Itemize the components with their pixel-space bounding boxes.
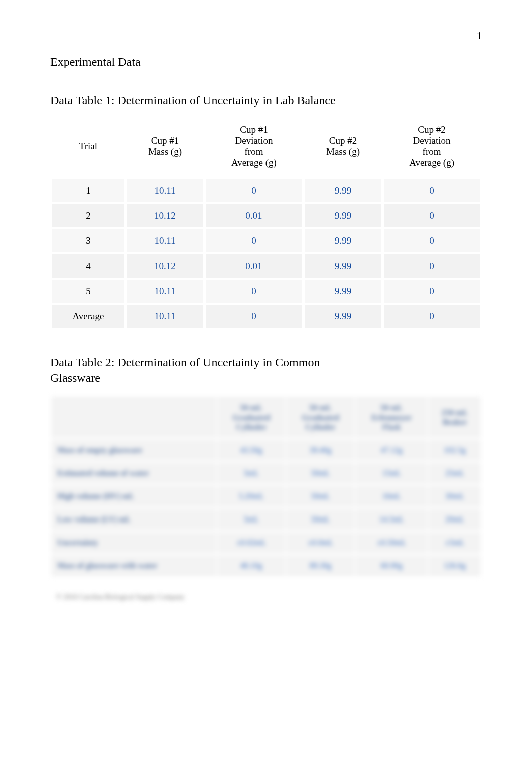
table-row: 1 10.11 0 9.99 0 [51, 179, 481, 202]
cup2-mass: 9.99 [304, 229, 382, 252]
row-label: Estimated volume of water [51, 463, 216, 484]
cell: 89.30g [287, 555, 355, 576]
trial-label: 2 [51, 204, 125, 227]
cup2-mass: 9.99 [304, 254, 382, 278]
table-uncertainty-balance: Trial Cup #1 Mass (g) Cup #1 Deviation f… [50, 116, 482, 330]
table2-header-blank [51, 397, 216, 438]
page-title: Experimental Data [50, 55, 482, 69]
row-label: Uncertainty [51, 532, 216, 553]
cup1-mass: 10.12 [126, 204, 204, 227]
cell: 50mL [287, 486, 355, 507]
trial-label: 3 [51, 229, 125, 252]
cup2-dev: 0 [383, 204, 481, 227]
table-row: High volume (HV) mL 5.20mL 50mL 16mL 30m… [51, 486, 481, 507]
cup2-dev: 0 [383, 254, 481, 278]
cell: 30mL [429, 486, 481, 507]
table-row: 2 10.12 0.01 9.99 0 [51, 204, 481, 227]
cup1-dev: 0.01 [205, 254, 303, 278]
table1-header-cup2-dev: Cup #2 Deviation from Average (g) [383, 118, 481, 177]
table-uncertainty-glassware: 50-mL Graduated Cylinder 50-mL Graduated… [50, 395, 482, 578]
cell: 5mL [217, 463, 286, 484]
table-row: Estimated volume of water 5mL 50mL 15mL … [51, 463, 481, 484]
cup1-dev: 0 [205, 280, 303, 303]
cell: 25mL [429, 463, 481, 484]
table-row: 4 10.12 0.01 9.99 0 [51, 254, 481, 278]
cell: ±0.02mL [217, 532, 286, 553]
table2-header-c3: 50-mL Erlenmeyer Flask [355, 397, 428, 438]
cup2-dev: 0 [383, 280, 481, 303]
cup1-mass: 10.12 [126, 254, 204, 278]
trial-label: 1 [51, 179, 125, 202]
cup2-dev: 0 [383, 229, 481, 252]
cup2-dev-avg: 0 [383, 305, 481, 328]
table-row-average: Average 10.11 0 9.99 0 [51, 305, 481, 328]
trial-label: 4 [51, 254, 125, 278]
cell: 48.10g [217, 555, 286, 576]
table-row: 5 10.11 0 9.99 0 [51, 280, 481, 303]
row-label: Mass of glassware with water [51, 555, 216, 576]
table1-caption: Data Table 1: Determination of Uncertain… [50, 94, 482, 107]
cell: 50mL [287, 509, 355, 530]
copyright-footnote: © 2016 Carolina Biological Supply Compan… [50, 593, 482, 601]
table1-header-row: Trial Cup #1 Mass (g) Cup #1 Deviation f… [51, 118, 481, 177]
cup1-mass: 10.11 [126, 280, 204, 303]
cup1-mass-avg: 10.11 [126, 305, 204, 328]
cup2-mass: 9.99 [304, 204, 382, 227]
page-number: 1 [477, 30, 482, 42]
table1-header-cup1-mass: Cup #1 Mass (g) [126, 118, 204, 177]
cell: 50mL [287, 463, 355, 484]
cup2-mass: 9.99 [304, 280, 382, 303]
cell: 5.20mL [217, 486, 286, 507]
cell: 5mL [217, 509, 286, 530]
table2-header-row: 50-mL Graduated Cylinder 50-mL Graduated… [51, 397, 481, 438]
cell: 102.5g [429, 440, 481, 461]
cell: 39.40g [287, 440, 355, 461]
cup1-dev: 0 [205, 229, 303, 252]
table1-header-trial: Trial [51, 118, 125, 177]
table2-header-c4: 250-mL Beaker [429, 397, 481, 438]
cup1-mass: 10.11 [126, 179, 204, 202]
table-row: Mass of empty glassware 43.50g 39.40g 47… [51, 440, 481, 461]
cell: 14.5mL [355, 509, 428, 530]
trial-label: 5 [51, 280, 125, 303]
row-label: Low volume (LV) mL [51, 509, 216, 530]
cell: ±0.50mL [355, 532, 428, 553]
trial-label-average: Average [51, 305, 125, 328]
table2-caption: Data Table 2: Determination of Uncertain… [50, 355, 371, 386]
table-row: Mass of glassware with water 48.10g 89.3… [51, 555, 481, 576]
cell: 47.12g [355, 440, 428, 461]
cup2-mass: 9.99 [304, 179, 382, 202]
row-label: High volume (HV) mL [51, 486, 216, 507]
table2-blurred-region: 50-mL Graduated Cylinder 50-mL Graduated… [50, 395, 482, 578]
table-row: 3 10.11 0 9.99 0 [51, 229, 481, 252]
table1-header-cup2-mass: Cup #2 Mass (g) [304, 118, 382, 177]
cell: 126.6g [429, 555, 481, 576]
table-row: Uncertainty ±0.02mL ±0.0mL ±0.50mL ±5mL [51, 532, 481, 553]
cup1-dev: 0 [205, 179, 303, 202]
document-page: 1 Experimental Data Data Table 1: Determ… [0, 0, 532, 782]
cell: 20mL [429, 509, 481, 530]
cup1-dev-avg: 0 [205, 305, 303, 328]
table2-header-c1: 50-mL Graduated Cylinder [217, 397, 286, 438]
cup1-dev: 0.01 [205, 204, 303, 227]
table2-header-c2: 50-mL Graduated Cylinder [287, 397, 355, 438]
cell: 60.90g [355, 555, 428, 576]
cell: 15mL [355, 463, 428, 484]
cell: ±0.0mL [287, 532, 355, 553]
cell: ±5mL [429, 532, 481, 553]
table1-header-cup1-dev: Cup #1 Deviation from Average (g) [205, 118, 303, 177]
cell: 43.50g [217, 440, 286, 461]
row-label: Mass of empty glassware [51, 440, 216, 461]
cup2-dev: 0 [383, 179, 481, 202]
cell: 16mL [355, 486, 428, 507]
table-row: Low volume (LV) mL 5mL 50mL 14.5mL 20mL [51, 509, 481, 530]
cup2-mass-avg: 9.99 [304, 305, 382, 328]
cup1-mass: 10.11 [126, 229, 204, 252]
